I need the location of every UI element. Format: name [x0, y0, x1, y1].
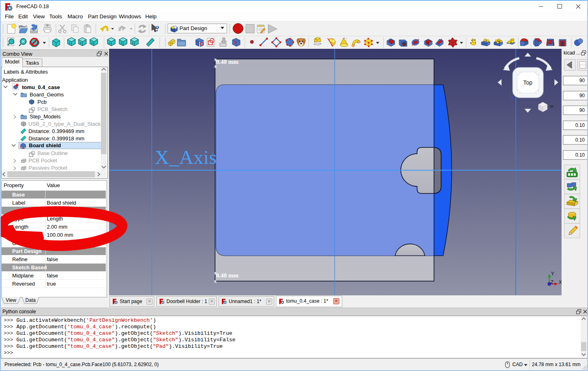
svg-text:Pcb: Pcb [37, 99, 46, 105]
svg-text:x: x [214, 270, 217, 276]
svg-text:Passives Pocket: Passives Pocket [28, 165, 68, 171]
svg-text:90: 90 [579, 107, 585, 113]
svg-text:View: View [6, 297, 16, 303]
svg-text:x: x [214, 63, 217, 69]
svg-text:Base Outline: Base Outline [37, 150, 68, 156]
svg-text:0.10: 0.10 [575, 137, 585, 143]
svg-text:Labels & Attributes: Labels & Attributes [4, 69, 48, 75]
svg-text:tomu_0.4_case: tomu_0.4_case [22, 84, 60, 90]
svg-text:Z: Z [551, 279, 553, 285]
svg-text:0.10: 0.10 [575, 152, 585, 158]
svg-text:PCB_Sketch: PCB_Sketch [37, 106, 68, 112]
svg-text:0.40 mm: 0.40 mm [216, 272, 238, 279]
svg-text:Distance: 0.399469 mm: Distance: 0.399469 mm [28, 128, 84, 134]
svg-text:0.10: 0.10 [575, 122, 585, 128]
svg-text:?: ? [155, 24, 160, 33]
svg-text:Application: Application [2, 77, 28, 83]
svg-text:Board_Geoms: Board_Geoms [30, 92, 64, 98]
svg-text:x: x [214, 278, 217, 284]
svg-text:USB_2_0_type_A_Dual_Stacked_ja: USB_2_0_type_A_Dual_Stacked_jac [28, 121, 107, 127]
svg-text:90: 90 [579, 78, 585, 83]
svg-text:Data: Data [25, 297, 36, 303]
svg-text:X_Axis: X_Axis [155, 146, 216, 168]
svg-text:Distance: 0.399918 mm: Distance: 0.399918 mm [28, 135, 84, 142]
svg-text:0.40 mm: 0.40 mm [216, 59, 238, 65]
svg-text:Board shield: Board shield [29, 142, 61, 148]
svg-text:X: X [559, 279, 562, 285]
svg-text:Part Design: Part Design [179, 25, 207, 31]
svg-text:x: x [214, 56, 217, 62]
svg-text:Y: Y [551, 271, 554, 277]
svg-text:z: z [511, 95, 514, 100]
svg-text:90: 90 [579, 93, 585, 98]
svg-text:PCB Pocket: PCB Pocket [28, 157, 57, 164]
svg-text:Step_Models: Step_Models [30, 113, 61, 120]
svg-text:Top: Top [523, 79, 533, 86]
